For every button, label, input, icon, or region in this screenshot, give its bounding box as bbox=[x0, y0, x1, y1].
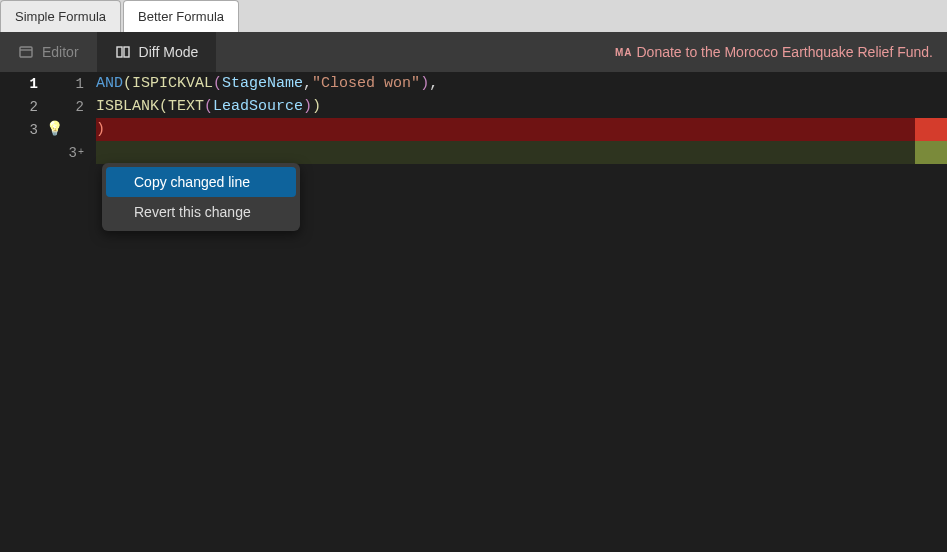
mode-tab-editor[interactable]: Editor bbox=[0, 32, 97, 72]
minimap-deleted-marker bbox=[915, 118, 947, 141]
gutter-right-2: 2 bbox=[54, 95, 96, 118]
editor-icon bbox=[18, 44, 34, 60]
code-area[interactable]: AND(ISPICKVAL(StageName,"Closed won"), I… bbox=[96, 72, 947, 552]
code-line-4-added bbox=[96, 141, 947, 164]
code-line-1: AND(ISPICKVAL(StageName,"Closed won"), bbox=[96, 72, 947, 95]
lightbulb-icon[interactable]: 💡 bbox=[46, 120, 63, 137]
gutter-left-2: 2 bbox=[0, 95, 54, 118]
editor-label: Editor bbox=[42, 44, 79, 60]
diff-icon bbox=[115, 44, 131, 60]
tab-better-formula[interactable]: Better Formula bbox=[123, 0, 239, 32]
gutter-left-1: 1 bbox=[0, 72, 54, 95]
context-menu: Copy changed line Revert this change bbox=[102, 163, 300, 231]
mode-tab-diff[interactable]: Diff Mode bbox=[97, 32, 217, 72]
gutter-left-4 bbox=[0, 141, 54, 164]
code-line-3-deleted: 💡 ) bbox=[96, 118, 947, 141]
minimap-added-marker bbox=[915, 141, 947, 164]
editor-area: 1 2 3 1 2 3+ AND(ISPICKVAL(StageName,"Cl… bbox=[0, 72, 947, 552]
svg-rect-3 bbox=[124, 47, 129, 57]
donate-prefix: MA bbox=[615, 47, 633, 58]
donate-link[interactable]: MA Donate to the Morocco Earthquake Reli… bbox=[601, 32, 947, 72]
svg-rect-2 bbox=[117, 47, 122, 57]
top-tab-bar: Simple Formula Better Formula bbox=[0, 0, 947, 32]
svg-rect-0 bbox=[20, 47, 32, 57]
minimap[interactable] bbox=[915, 72, 947, 164]
gutter-left: 1 2 3 bbox=[0, 72, 54, 552]
menu-item-copy-changed[interactable]: Copy changed line bbox=[106, 167, 296, 197]
gutter-right: 1 2 3+ bbox=[54, 72, 96, 552]
menu-item-revert-change[interactable]: Revert this change bbox=[106, 197, 296, 227]
diff-label: Diff Mode bbox=[139, 44, 199, 60]
toolbar: Editor Diff Mode MA Donate to the Morocc… bbox=[0, 32, 947, 72]
gutter-right-1: 1 bbox=[54, 72, 96, 95]
gutter-right-4: 3+ bbox=[54, 141, 96, 164]
code-line-2: ISBLANK(TEXT(LeadSource)) bbox=[96, 95, 947, 118]
tab-simple-formula[interactable]: Simple Formula bbox=[0, 0, 121, 32]
donate-message: Donate to the Morocco Earthquake Relief … bbox=[636, 44, 933, 60]
